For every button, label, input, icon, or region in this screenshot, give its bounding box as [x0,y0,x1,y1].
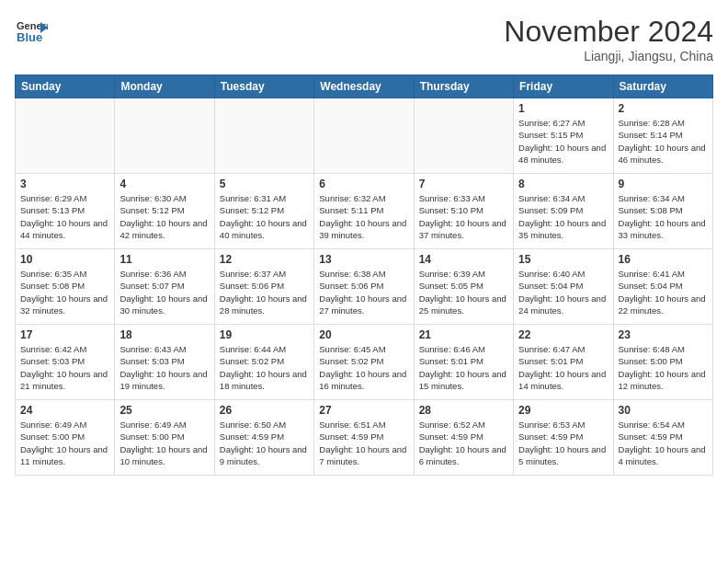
day-number: 20 [319,328,408,341]
day-number: 14 [419,253,508,266]
title-block: November 2024 Liangji, Jiangsu, China [504,15,713,63]
day-number: 19 [220,328,309,341]
calendar-cell: 30Sunrise: 6:54 AMSunset: 4:59 PMDayligh… [613,400,712,476]
calendar-cell: 1Sunrise: 6:27 AMSunset: 5:15 PMDaylight… [514,98,613,174]
calendar-cell: 27Sunrise: 6:51 AMSunset: 4:59 PMDayligh… [314,400,414,476]
day-number: 15 [518,253,608,266]
calendar-cell: 16Sunrise: 6:41 AMSunset: 5:04 PMDayligh… [613,249,712,325]
day-info: Sunrise: 6:42 AMSunset: 5:03 PMDaylight:… [20,343,109,392]
day-number: 4 [119,178,209,190]
day-info: Sunrise: 6:54 AMSunset: 4:59 PMDaylight:… [619,419,708,467]
day-info: Sunrise: 6:49 AMSunset: 5:00 PMDaylight:… [20,419,109,467]
calendar-cell [414,98,513,174]
day-info: Sunrise: 6:49 AMSunset: 5:00 PMDaylight:… [119,419,209,467]
logo: General Blue [15,15,48,48]
calendar-cell [16,98,115,174]
day-info: Sunrise: 6:45 AMSunset: 5:02 PMDaylight:… [319,343,408,392]
day-number: 23 [619,328,708,341]
calendar-header-row: SundayMondayTuesdayWednesdayThursdayFrid… [16,75,713,98]
day-info: Sunrise: 6:32 AMSunset: 5:11 PMDaylight:… [319,192,408,241]
svg-text:Blue: Blue [17,30,42,44]
day-number: 9 [619,178,708,190]
calendar-cell: 5Sunrise: 6:31 AMSunset: 5:12 PMDaylight… [214,174,313,249]
calendar-cell: 15Sunrise: 6:40 AMSunset: 5:04 PMDayligh… [514,249,613,325]
day-number: 22 [518,328,608,341]
day-info: Sunrise: 6:39 AMSunset: 5:05 PMDaylight:… [419,268,508,316]
day-number: 24 [20,404,109,417]
calendar-cell: 29Sunrise: 6:53 AMSunset: 4:59 PMDayligh… [514,400,613,476]
day-info: Sunrise: 6:41 AMSunset: 5:04 PMDaylight:… [619,268,708,316]
calendar-cell [314,98,414,174]
calendar-cell: 13Sunrise: 6:38 AMSunset: 5:06 PMDayligh… [314,249,414,325]
day-number: 2 [619,102,708,115]
day-info: Sunrise: 6:33 AMSunset: 5:10 PMDaylight:… [419,192,508,241]
day-info: Sunrise: 6:47 AMSunset: 5:01 PMDaylight:… [518,343,608,392]
day-number: 11 [119,253,209,266]
week-row: 3Sunrise: 6:29 AMSunset: 5:13 PMDaylight… [16,174,713,249]
calendar-cell: 17Sunrise: 6:42 AMSunset: 5:03 PMDayligh… [16,325,115,400]
day-number: 28 [419,404,508,417]
day-number: 27 [319,404,408,417]
day-number: 16 [619,253,708,266]
day-number: 29 [518,404,608,417]
calendar-cell: 10Sunrise: 6:35 AMSunset: 5:08 PMDayligh… [16,249,115,325]
calendar-cell [214,98,313,174]
day-number: 12 [220,253,309,266]
day-info: Sunrise: 6:52 AMSunset: 4:59 PMDaylight:… [419,419,508,467]
calendar-cell [115,98,214,174]
calendar-cell: 14Sunrise: 6:39 AMSunset: 5:05 PMDayligh… [414,249,513,325]
weekday-header: Sunday [16,75,115,98]
calendar-table: SundayMondayTuesdayWednesdayThursdayFrid… [15,75,713,476]
day-number: 5 [220,178,309,190]
calendar-cell: 3Sunrise: 6:29 AMSunset: 5:13 PMDaylight… [16,174,115,249]
day-info: Sunrise: 6:34 AMSunset: 5:08 PMDaylight:… [619,192,708,241]
day-info: Sunrise: 6:31 AMSunset: 5:12 PMDaylight:… [220,192,309,241]
day-number: 21 [419,328,508,341]
week-row: 10Sunrise: 6:35 AMSunset: 5:08 PMDayligh… [16,249,713,325]
weekday-header: Wednesday [314,75,414,98]
calendar-cell: 24Sunrise: 6:49 AMSunset: 5:00 PMDayligh… [16,400,115,476]
calendar-cell: 7Sunrise: 6:33 AMSunset: 5:10 PMDaylight… [414,174,513,249]
calendar-cell: 12Sunrise: 6:37 AMSunset: 5:06 PMDayligh… [214,249,313,325]
week-row: 1Sunrise: 6:27 AMSunset: 5:15 PMDaylight… [16,98,713,174]
calendar-cell: 2Sunrise: 6:28 AMSunset: 5:14 PMDaylight… [613,98,712,174]
weekday-header: Monday [115,75,214,98]
weekday-header: Tuesday [214,75,313,98]
calendar-cell: 21Sunrise: 6:46 AMSunset: 5:01 PMDayligh… [414,325,513,400]
day-number: 8 [518,178,608,190]
weekday-header: Saturday [613,75,712,98]
day-number: 18 [119,328,209,341]
weekday-header: Thursday [414,75,513,98]
day-info: Sunrise: 6:27 AMSunset: 5:15 PMDaylight:… [518,117,608,166]
day-number: 10 [20,253,109,266]
day-number: 3 [20,178,109,190]
week-row: 24Sunrise: 6:49 AMSunset: 5:00 PMDayligh… [16,400,713,476]
day-info: Sunrise: 6:35 AMSunset: 5:08 PMDaylight:… [20,268,109,316]
logo-icon: General Blue [15,15,48,48]
day-number: 17 [20,328,109,341]
day-info: Sunrise: 6:51 AMSunset: 4:59 PMDaylight:… [319,419,408,467]
day-info: Sunrise: 6:34 AMSunset: 5:09 PMDaylight:… [518,192,608,241]
day-info: Sunrise: 6:53 AMSunset: 4:59 PMDaylight:… [518,419,608,467]
day-info: Sunrise: 6:46 AMSunset: 5:01 PMDaylight:… [419,343,508,392]
calendar-cell: 9Sunrise: 6:34 AMSunset: 5:08 PMDaylight… [613,174,712,249]
day-number: 6 [319,178,408,190]
calendar-cell: 26Sunrise: 6:50 AMSunset: 4:59 PMDayligh… [214,400,313,476]
day-info: Sunrise: 6:29 AMSunset: 5:13 PMDaylight:… [20,192,109,241]
day-number: 30 [619,404,708,417]
weekday-header: Friday [514,75,613,98]
calendar-cell: 8Sunrise: 6:34 AMSunset: 5:09 PMDaylight… [514,174,613,249]
day-info: Sunrise: 6:38 AMSunset: 5:06 PMDaylight:… [319,268,408,316]
day-number: 1 [518,102,608,115]
day-info: Sunrise: 6:50 AMSunset: 4:59 PMDaylight:… [220,419,309,467]
month-title: November 2024 [504,15,713,49]
calendar-cell: 18Sunrise: 6:43 AMSunset: 5:03 PMDayligh… [115,325,214,400]
day-info: Sunrise: 6:43 AMSunset: 5:03 PMDaylight:… [119,343,209,392]
day-info: Sunrise: 6:44 AMSunset: 5:02 PMDaylight:… [220,343,309,392]
day-number: 26 [220,404,309,417]
day-info: Sunrise: 6:28 AMSunset: 5:14 PMDaylight:… [619,117,708,166]
day-number: 13 [319,253,408,266]
calendar-cell: 6Sunrise: 6:32 AMSunset: 5:11 PMDaylight… [314,174,414,249]
page-header: General Blue November 2024 Liangji, Jian… [15,15,713,63]
calendar-cell: 4Sunrise: 6:30 AMSunset: 5:12 PMDaylight… [115,174,214,249]
